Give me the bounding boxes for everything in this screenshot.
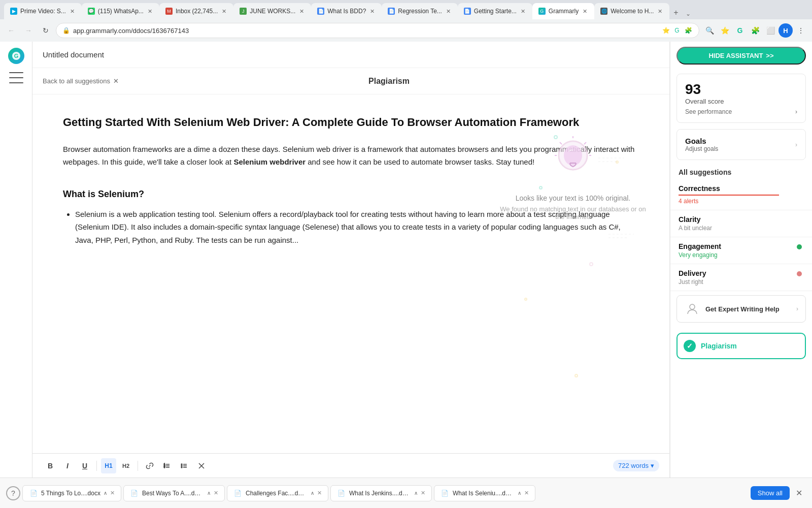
file-item-4[interactable]: 📄 What Is Jenkins....docx ∧ ✕ — [330, 485, 432, 501]
file-item-1[interactable]: 📄 5 Things To Lo....docx ∧ ✕ — [22, 485, 121, 501]
file-name-3: Challenges Fac....docx — [246, 490, 308, 497]
file-item-5[interactable]: 📄 What Is Seleniu....docx ∧ ✕ — [434, 485, 535, 501]
word-count-badge[interactable]: 722 words ▾ — [613, 460, 659, 471]
unordered-list-button[interactable] — [177, 458, 192, 473]
tab-whatsapp[interactable]: 💬 (115) WhatsAp... ✕ — [82, 3, 159, 19]
file-icon-4: 📄 — [337, 489, 346, 498]
underline-button[interactable]: U — [77, 458, 92, 473]
back-to-suggestions[interactable]: Back to all suggestions ✕ — [43, 77, 119, 85]
toolbar-divider — [96, 461, 97, 471]
extension-icon[interactable]: 🧩 — [684, 26, 693, 35]
delivery-item[interactable]: Delivery Just right — [670, 264, 812, 291]
h1-button[interactable]: H1 — [101, 458, 116, 473]
tab-gmail[interactable]: M Inbox (22,745... ✕ — [159, 3, 233, 19]
file-expand-3[interactable]: ∧ — [311, 490, 314, 496]
file-item-3[interactable]: 📄 Challenges Fac....docx ∧ ✕ — [227, 485, 328, 501]
svg-line-10 — [584, 142, 586, 144]
delivery-title: Delivery — [679, 269, 706, 277]
clear-formatting-button[interactable] — [194, 458, 209, 473]
reload-button[interactable]: ↻ — [39, 23, 53, 38]
search-icon[interactable]: 🔍 — [702, 23, 717, 38]
bookmark-icon[interactable]: ⭐ — [661, 26, 670, 35]
tab-close-icon[interactable]: ✕ — [582, 7, 588, 16]
h2-button[interactable]: H2 — [118, 458, 133, 473]
add-tab-button[interactable]: + — [669, 6, 682, 19]
extensions-button[interactable]: 🧩 — [748, 23, 762, 38]
file-expand-4[interactable]: ∧ — [414, 490, 418, 496]
help-icon[interactable]: ? — [6, 486, 20, 500]
file-close-3[interactable]: ✕ — [317, 490, 322, 496]
grammarly-ext-icon[interactable]: G — [672, 26, 682, 35]
close-bottom-bar-button[interactable]: ✕ — [792, 486, 806, 500]
tab-close-icon[interactable]: ✕ — [369, 7, 376, 16]
svg-point-26 — [181, 467, 182, 468]
forward-button[interactable]: → — [21, 23, 36, 38]
plagiarism-icon — [548, 135, 598, 186]
italic-button[interactable]: I — [60, 458, 75, 473]
tab-june[interactable]: J JUNE WORKS... ✕ — [233, 3, 311, 19]
tab-close-icon[interactable]: ✕ — [520, 7, 526, 16]
see-performance-link[interactable]: See performance › — [685, 108, 797, 115]
goals-card[interactable]: Goals Adjust goals › — [676, 129, 806, 160]
link-button[interactable] — [142, 458, 157, 473]
editor-column: Untitled document Back to all suggestion… — [32, 42, 670, 478]
more-tabs-button[interactable]: ⌄ — [683, 8, 694, 19]
double-chevron-icon: >> — [766, 52, 773, 59]
tab-close-icon[interactable]: ✕ — [69, 7, 76, 16]
file-expand-1[interactable]: ∧ — [104, 490, 107, 496]
show-all-button[interactable]: Show all — [751, 486, 790, 500]
tab-close-icon[interactable]: ✕ — [221, 7, 227, 16]
lock-icon: 🔒 — [62, 27, 70, 34]
file-close-5[interactable]: ✕ — [524, 490, 529, 496]
tab-manager-icon[interactable]: ⬜ — [763, 23, 777, 38]
overall-score-card[interactable]: 93 Overall score See performance › — [676, 74, 806, 123]
file-close-4[interactable]: ✕ — [421, 490, 425, 496]
file-name-2: Best Ways To A....docx — [142, 490, 204, 497]
tab-welcome[interactable]: 🌐 Welcome to H... ✕ — [594, 3, 669, 19]
tab-prime-video[interactable]: ▶ Prime Video: S... ✕ — [4, 3, 82, 19]
bottom-bar: ? 📄 5 Things To Lo....docx ∧ ✕ 📄 Best Wa… — [0, 478, 812, 508]
address-bar: ← → ↻ 🔒 app.grammarly.com/ddocs/16367671… — [0, 19, 812, 42]
correctness-item[interactable]: Correctness 4 alerts — [670, 179, 812, 210]
ordered-list-button[interactable]: 123 — [159, 458, 175, 473]
file-expand-2[interactable]: ∧ — [207, 490, 211, 496]
correctness-subtitle: 4 alerts — [679, 198, 804, 205]
expert-help-card[interactable]: Get Expert Writing Help › — [676, 295, 806, 323]
file-item-2[interactable]: 📄 Best Ways To A....docx ∧ ✕ — [123, 485, 225, 501]
file-close-2[interactable]: ✕ — [214, 490, 218, 496]
tab-close-icon[interactable]: ✕ — [298, 7, 305, 16]
clarity-item[interactable]: Clarity A bit unclear — [670, 210, 812, 237]
tab-close-icon[interactable]: ✕ — [147, 7, 153, 16]
engagement-item[interactable]: Engagement Very engaging — [670, 237, 812, 264]
score-label: Overall score — [685, 98, 797, 105]
editor-content[interactable]: Getting Started With Selenium Web Driver… — [32, 94, 669, 453]
plagiarism-check-button[interactable]: ✓ Plagiarism — [676, 333, 806, 359]
bold-button[interactable]: B — [43, 458, 58, 473]
tab-grammarly[interactable]: G Grammarly ✕ — [532, 3, 594, 19]
hide-assistant-button[interactable]: HIDE ASSISTANT >> — [676, 47, 806, 65]
file-name-5: What Is Seleniu....docx — [453, 490, 515, 497]
file-icon-3: 📄 — [233, 489, 243, 498]
editor-header: Back to all suggestions ✕ Plagiarism — [32, 68, 669, 94]
engagement-subtitle: Very engaging — [679, 251, 804, 259]
user-profile-button[interactable]: H — [779, 23, 793, 38]
grammarly-logo[interactable]: G — [8, 48, 24, 64]
menu-icon[interactable]: ⋮ — [794, 23, 808, 38]
file-expand-5[interactable]: ∧ — [518, 490, 521, 496]
toolbar-divider-2 — [138, 461, 138, 471]
grammarly-toolbar-icon[interactable]: G — [733, 23, 747, 38]
url-field[interactable]: 🔒 app.grammarly.com/ddocs/1636767143 ⭐ G… — [56, 23, 699, 38]
all-suggestions-header: All suggestions — [670, 162, 812, 179]
tab-close-icon[interactable]: ✕ — [657, 7, 663, 16]
back-button[interactable]: ← — [4, 23, 18, 38]
file-close-1[interactable]: ✕ — [110, 490, 115, 496]
word-count-arrow: ▾ — [651, 462, 654, 469]
hamburger-menu[interactable] — [9, 72, 23, 83]
tab-regression[interactable]: 📄 Regression Te... ✕ — [382, 3, 458, 19]
bookmark-star-icon[interactable]: ⭐ — [718, 23, 732, 38]
tab-close-icon[interactable]: ✕ — [445, 7, 452, 16]
tab-bdd[interactable]: 📄 What Is BDD? ✕ — [311, 3, 382, 19]
tab-getting-started[interactable]: 📄 Getting Starte... ✕ — [458, 3, 532, 19]
document-title[interactable]: Untitled document — [43, 50, 104, 59]
engagement-title: Engagement — [679, 242, 721, 250]
